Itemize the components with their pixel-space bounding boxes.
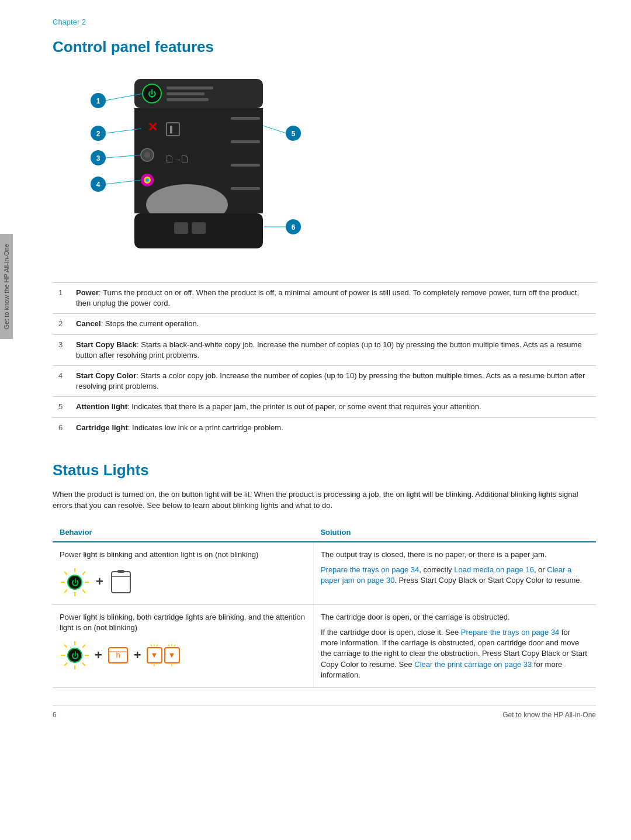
svg-line-50 <box>64 572 67 575</box>
svg-text:6: 6 <box>292 223 296 231</box>
svg-point-11 <box>144 152 150 158</box>
behavior-col-header: Behavior <box>53 523 313 542</box>
diagram-svg: ⏻ ✕ ▌ 🗋 → 🗋 <box>53 70 345 269</box>
solution-col-header: Solution <box>313 523 596 542</box>
footer: 6 Get to know the HP All-in-One <box>53 706 596 719</box>
svg-line-34 <box>263 126 286 133</box>
status-intro: When the product is turned on, the on bu… <box>53 489 596 511</box>
svg-line-63 <box>64 645 67 648</box>
behavior-row: Power light is blinking and attention li… <box>53 542 596 605</box>
feature-num: 5 <box>53 397 70 417</box>
svg-text:4: 4 <box>96 181 100 189</box>
svg-text:⏻: ⏻ <box>71 651 79 660</box>
svg-text:⏻: ⏻ <box>148 89 156 98</box>
svg-rect-1 <box>167 87 213 89</box>
svg-line-79 <box>174 645 175 647</box>
feature-row: 3Start Copy Black: Starts a black-and-wh… <box>53 334 596 365</box>
feature-row: 1Power: Turns the product on or off. Whe… <box>53 283 596 314</box>
svg-rect-2 <box>167 92 204 95</box>
svg-rect-54 <box>112 572 130 593</box>
svg-rect-56 <box>117 570 124 573</box>
svg-line-52 <box>82 572 85 575</box>
svg-text:🗋: 🗋 <box>180 153 190 165</box>
feature-desc: Start Copy Color: Starts a color copy jo… <box>70 365 596 396</box>
control-panel-diagram: ⏻ ✕ ▌ 🗋 → 🗋 <box>53 70 596 271</box>
svg-text:▼: ▼ <box>168 651 175 659</box>
svg-line-64 <box>82 663 85 666</box>
svg-line-75 <box>151 645 152 647</box>
behavior-cell: Power light is blinking, both cartridge … <box>53 604 313 687</box>
svg-text:2: 2 <box>96 130 100 138</box>
svg-text:▌: ▌ <box>170 125 175 134</box>
svg-rect-41 <box>231 140 260 143</box>
svg-text:1: 1 <box>96 97 100 105</box>
svg-text:⏻: ⏻ <box>71 578 79 587</box>
svg-line-53 <box>64 590 67 593</box>
behavior-table: Behavior Solution Power light is blinkin… <box>53 523 596 688</box>
svg-rect-3 <box>167 98 209 101</box>
svg-line-66 <box>64 663 67 666</box>
svg-line-51 <box>82 590 85 593</box>
feature-desc: Start Copy Black: Starts a black-and-whi… <box>70 334 596 365</box>
section1-title: Control panel features <box>53 38 596 56</box>
feature-row: 5Attention light: Indicates that there i… <box>53 397 596 417</box>
svg-text:5: 5 <box>292 130 296 138</box>
chapter-label: Chapter 2 <box>53 18 596 26</box>
feature-num: 2 <box>53 314 70 334</box>
feature-desc: Cancel: Stops the current operation. <box>70 314 596 334</box>
svg-rect-43 <box>231 187 260 190</box>
behavior-row: Power light is blinking, both cartridge … <box>53 604 596 687</box>
solution-cell: The output tray is closed, there is no p… <box>313 542 596 605</box>
feature-row: 2Cancel: Stops the current operation. <box>53 314 596 334</box>
feature-desc: Cartridge light: Indicates low ink or a … <box>70 417 596 438</box>
svg-rect-40 <box>231 117 260 120</box>
svg-point-17 <box>145 178 149 182</box>
svg-text:3: 3 <box>96 154 100 163</box>
side-tab: Get to know the HP All-in-One <box>0 234 13 339</box>
svg-rect-21 <box>192 222 206 234</box>
feature-num: 3 <box>53 334 70 365</box>
footer-page-num: 6 <box>53 711 57 719</box>
svg-line-65 <box>82 645 85 648</box>
feature-table: 1Power: Turns the product on or off. Whe… <box>53 282 596 438</box>
svg-line-78 <box>168 645 169 647</box>
side-tab-label: Get to know the HP All-in-One <box>3 244 10 330</box>
feature-desc: Power: Turns the product on or off. When… <box>70 283 596 314</box>
svg-rect-42 <box>231 164 260 167</box>
feature-row: 6Cartridge light: Indicates low ink or a… <box>53 417 596 438</box>
feature-desc: Attention light: Indicates that there is… <box>70 397 596 417</box>
feature-row: 4Start Copy Color: Starts a color copy j… <box>53 365 596 396</box>
feature-num: 4 <box>53 365 70 396</box>
light-indicator-1: ⏻ + <box>60 567 306 597</box>
feature-num: 6 <box>53 417 70 438</box>
svg-text:✕: ✕ <box>147 120 158 134</box>
footer-page-label: Get to know the HP All-in-One <box>502 711 596 719</box>
solution-cell: The cartridge door is open, or the carri… <box>313 604 596 687</box>
light-indicator-2: ⏻ + h + <box>60 640 306 670</box>
behavior-cell: Power light is blinking and attention li… <box>53 542 313 605</box>
svg-line-76 <box>157 645 158 647</box>
svg-text:▼: ▼ <box>150 651 158 659</box>
section2-title: Status Lights <box>53 461 596 479</box>
svg-rect-20 <box>174 222 188 234</box>
feature-num: 1 <box>53 283 70 314</box>
